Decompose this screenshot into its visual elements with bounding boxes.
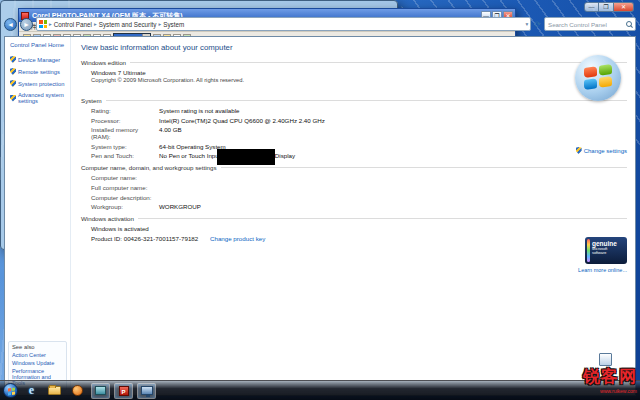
system-main-content: View basic information about your comput… (71, 37, 635, 395)
shield-icon (10, 56, 16, 63)
breadcrumb-system-security[interactable]: System and Security (99, 21, 157, 28)
system-window-client: Control Panel Home Device Manager Remote… (4, 36, 636, 396)
windows-activation-section-title: Windows activation (81, 215, 134, 222)
product-id-value: 00426-321-7001157-79182 (124, 235, 199, 242)
taskbar-media-player[interactable] (68, 383, 87, 399)
system-section-title: System (81, 97, 102, 104)
search-placeholder: Search Control Panel (548, 21, 607, 28)
product-id-label: Product ID: (91, 235, 122, 242)
breadcrumb-sep-icon: ▸ (49, 21, 52, 27)
maximize-button[interactable]: ❐ (599, 2, 614, 12)
desktop: Corel PHOTO-PAINT X4 (OEM 版本 - 不可转售) — ❐… (0, 0, 640, 400)
sidebar-item-advanced-settings[interactable]: Advanced system settings (10, 92, 70, 104)
product-id-row: Product ID: 00426-321-7001157-79182 Chan… (81, 235, 627, 242)
close-button[interactable]: ✕ (614, 2, 634, 12)
search-input[interactable]: Search Control Panel (544, 17, 636, 31)
chevron-down-icon[interactable]: ▾ (526, 21, 529, 27)
breadcrumb-control-panel[interactable]: Control Panel (54, 21, 92, 28)
learn-more-link[interactable]: Learn more online... (578, 267, 627, 273)
change-settings[interactable]: Change settings (576, 147, 627, 154)
divider (130, 62, 627, 63)
minimize-button[interactable]: — (584, 2, 599, 12)
shield-icon (576, 147, 582, 154)
shield-icon (10, 95, 16, 102)
forward-button[interactable]: ► (20, 18, 33, 31)
taskbar-corel[interactable]: P (114, 383, 133, 399)
redaction-box (217, 149, 275, 165)
row-memory: Installed memory (RAM):4.00 GB (91, 126, 627, 140)
breadcrumb-system[interactable]: System (163, 21, 184, 28)
watermark-url: www.ruikew.com (583, 388, 637, 394)
activation-status: Windows is activated (81, 225, 627, 232)
folder-icon (48, 386, 61, 395)
divider (221, 167, 627, 168)
navigation-bar: ◄ ► ▸ Control Panel ▸ System and Securit… (4, 14, 636, 34)
row-computer-description: Computer description: (91, 194, 627, 201)
back-button[interactable]: ◄ (4, 18, 17, 31)
watermark: 锐客网 www.ruikew.com (583, 365, 637, 394)
taskbar-device-manager[interactable] (91, 383, 110, 399)
watermark-brand: 锐客网 (583, 365, 637, 388)
breadcrumb[interactable]: ▸ Control Panel ▸ System and Security ▸ … (36, 17, 531, 31)
windows-edition-value: Windows 7 Ultimate (81, 69, 627, 76)
row-system-type: System type:64-bit Operating System (91, 143, 627, 150)
control-panel-icon (39, 20, 47, 28)
caption-buttons: — ❐ ✕ (584, 2, 634, 12)
internet-explorer-icon: e (29, 383, 34, 398)
row-processor: Processor:Intel(R) Core(TM)2 Quad CPU Q6… (91, 117, 627, 124)
start-button[interactable] (3, 383, 18, 398)
sidebar-item-device-manager[interactable]: Device Manager (10, 56, 70, 63)
row-rating: Rating:System rating is not available (91, 107, 627, 114)
computer-name-section-title: Computer name, domain, and workgroup set… (81, 164, 217, 171)
breadcrumb-sep-icon: ▸ (158, 21, 161, 27)
windows-flag-icon (8, 388, 15, 396)
row-pen-touch: Pen and Touch:No Pen or Touch Input is a… (91, 152, 627, 159)
shield-icon (10, 80, 16, 87)
divider (138, 218, 627, 219)
row-computer-name: Computer name: (91, 174, 627, 181)
sidebar-item-remote-settings[interactable]: Remote settings (10, 68, 70, 75)
system-icon (141, 386, 153, 395)
see-also-windows-update[interactable]: Windows Update (12, 360, 64, 366)
device-manager-icon (95, 386, 106, 395)
change-product-key-link[interactable]: Change product key (210, 235, 265, 242)
rating-link[interactable]: System rating is not available (159, 107, 239, 114)
row-full-computer-name: Full computer name: (91, 184, 627, 191)
row-workgroup: Workgroup:WORKGROUP (91, 203, 627, 210)
taskbar: e P (0, 380, 640, 400)
system-window[interactable]: — ❐ ✕ ◄ ► ▸ Control Panel ▸ System and S… (0, 0, 398, 250)
copyright-text: Copyright © 2009 Microsoft Corporation. … (81, 77, 627, 83)
sidebar-item-home[interactable]: Control Panel Home (10, 42, 70, 48)
corel-icon: P (119, 386, 129, 396)
windows-edition-section-title: Windows edition (81, 59, 126, 66)
refresh-icon[interactable]: ⟳ (534, 20, 541, 29)
see-also-title: See also (12, 344, 64, 350)
taskbar-internet-explorer[interactable]: e (22, 383, 41, 399)
taskbar-system[interactable] (137, 383, 156, 399)
media-player-icon (72, 385, 83, 396)
windows-logo (575, 55, 621, 101)
shield-icon (10, 68, 16, 75)
search-icon[interactable] (626, 21, 632, 27)
control-panel-sidebar: Control Panel Home Device Manager Remote… (5, 37, 71, 395)
see-also-action-center[interactable]: Action Center (12, 352, 64, 358)
taskbar-explorer[interactable] (45, 383, 64, 399)
windows-flag-icon (584, 64, 612, 92)
page-title: View basic information about your comput… (81, 43, 627, 52)
divider (106, 100, 627, 101)
genuine-microsoft-badge: genuine Microsoft software (585, 237, 627, 264)
breadcrumb-sep-icon: ▸ (94, 21, 97, 27)
sidebar-item-system-protection[interactable]: System protection (10, 80, 70, 87)
